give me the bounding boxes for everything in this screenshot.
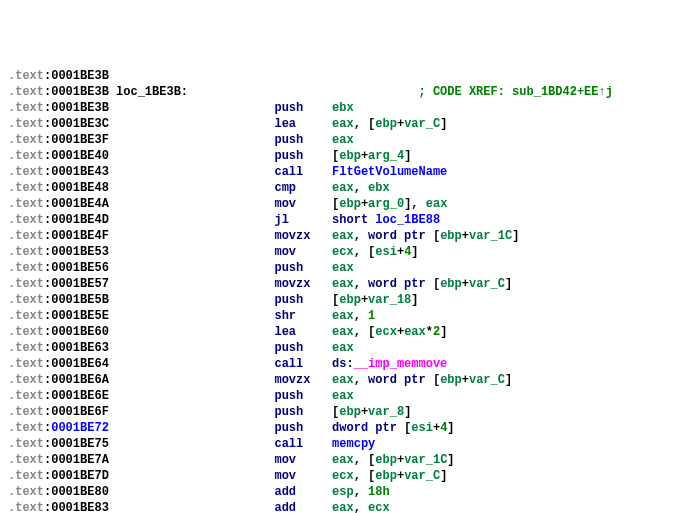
disasm-line[interactable]: .text:0001BE5E shr eax, 1	[8, 308, 669, 324]
disasm-line[interactable]: .text:0001BE3B push ebx	[8, 100, 669, 116]
disasm-line[interactable]: .text:0001BE3B	[8, 68, 669, 84]
disasm-line[interactable]: .text:0001BE40 push [ebp+arg_4]	[8, 148, 669, 164]
disasm-line[interactable]: .text:0001BE6E push eax	[8, 388, 669, 404]
disasm-line[interactable]: .text:0001BE80 add esp, 18h	[8, 484, 669, 500]
disasm-line[interactable]: .text:0001BE5B push [ebp+var_18]	[8, 292, 669, 308]
disasm-line[interactable]: .text:0001BE57 movzx eax, word ptr [ebp+…	[8, 276, 669, 292]
disasm-line[interactable]: .text:0001BE63 push eax	[8, 340, 669, 356]
disasm-line[interactable]: .text:0001BE64 call ds:__imp_memmove	[8, 356, 669, 372]
disasm-line[interactable]: .text:0001BE75 call memcpy	[8, 436, 669, 452]
disasm-line[interactable]: .text:0001BE43 call FltGetVolumeName	[8, 164, 669, 180]
disassembly-listing: .text:0001BE3B .text:0001BE3B loc_1BE3B:…	[8, 68, 669, 513]
disasm-line[interactable]: .text:0001BE72 push dword ptr [esi+4]	[8, 420, 669, 436]
disasm-line[interactable]: .text:0001BE3B loc_1BE3B: ; CODE XREF: s…	[8, 84, 669, 100]
disasm-line[interactable]: .text:0001BE3C lea eax, [ebp+var_C]	[8, 116, 669, 132]
disasm-line[interactable]: .text:0001BE7D mov ecx, [ebp+var_C]	[8, 468, 669, 484]
disasm-line[interactable]: .text:0001BE60 lea eax, [ecx+eax*2]	[8, 324, 669, 340]
disasm-line[interactable]: .text:0001BE6A movzx eax, word ptr [ebp+…	[8, 372, 669, 388]
disasm-line[interactable]: .text:0001BE4A mov [ebp+arg_0], eax	[8, 196, 669, 212]
disasm-line[interactable]: .text:0001BE4F movzx eax, word ptr [ebp+…	[8, 228, 669, 244]
disasm-line[interactable]: .text:0001BE83 add eax, ecx	[8, 500, 669, 513]
disasm-line[interactable]: .text:0001BE7A mov eax, [ebp+var_1C]	[8, 452, 669, 468]
disasm-line[interactable]: .text:0001BE53 mov ecx, [esi+4]	[8, 244, 669, 260]
disasm-line[interactable]: .text:0001BE4D jl short loc_1BE88	[8, 212, 669, 228]
disasm-line[interactable]: .text:0001BE56 push eax	[8, 260, 669, 276]
disasm-line[interactable]: .text:0001BE48 cmp eax, ebx	[8, 180, 669, 196]
disasm-line[interactable]: .text:0001BE6F push [ebp+var_8]	[8, 404, 669, 420]
disasm-line[interactable]: .text:0001BE3F push eax	[8, 132, 669, 148]
